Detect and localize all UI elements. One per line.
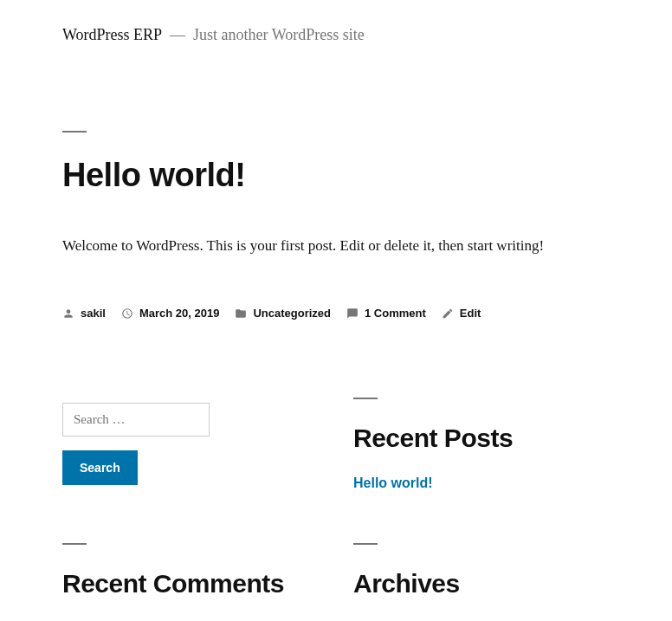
recent-post-link[interactable]: Hello world! [353,475,433,490]
archives-title: Archives [353,569,610,598]
widget-rule [62,543,87,545]
search-button[interactable]: Search [62,450,138,485]
title-rule [62,131,87,133]
pencil-icon [442,307,454,320]
recent-posts-title: Recent Posts [353,424,610,453]
footer-widgets: Search Recent Posts Hello world! Recent … [62,398,610,621]
post-article: Hello world! Welcome to WordPress. This … [62,131,610,320]
search-input[interactable] [62,403,210,437]
widget-rule [353,543,378,545]
meta-category-link[interactable]: Uncategorized [253,307,331,320]
site-header: WordPress ERP — Just another WordPress s… [62,26,610,44]
post-meta: sakil March 20, 2019 Uncategorized 1 Com… [62,307,610,320]
meta-author-link[interactable]: sakil [81,307,106,320]
meta-comments: 1 Comment [346,307,426,320]
meta-category: Uncategorized [235,307,331,320]
widget-rule [353,398,378,399]
folder-icon [235,307,247,320]
site-tagline: Just another WordPress site [193,26,365,43]
clock-icon [121,307,133,320]
archives-widget: Archives March 2019 [353,543,610,621]
meta-date: March 20, 2019 [121,307,220,320]
recent-comments-widget: Recent Comments A WordPress Commenter on… [62,543,319,621]
tagline-separator: — [170,26,185,43]
post-title[interactable]: Hello world! [62,157,610,194]
meta-edit-link[interactable]: Edit [460,307,481,320]
recent-comments-title: Recent Comments [62,569,319,598]
recent-posts-widget: Recent Posts Hello world! [353,398,610,491]
meta-author: sakil [62,307,106,320]
site-title-link[interactable]: WordPress ERP [62,26,162,43]
post-content: Welcome to WordPress. This is your first… [62,237,610,255]
meta-comments-link[interactable]: 1 Comment [365,307,426,320]
comment-icon [346,307,359,320]
meta-date-link[interactable]: March 20, 2019 [139,307,220,320]
meta-edit: Edit [442,307,481,320]
search-widget: Search [62,398,319,491]
person-icon [62,307,74,320]
